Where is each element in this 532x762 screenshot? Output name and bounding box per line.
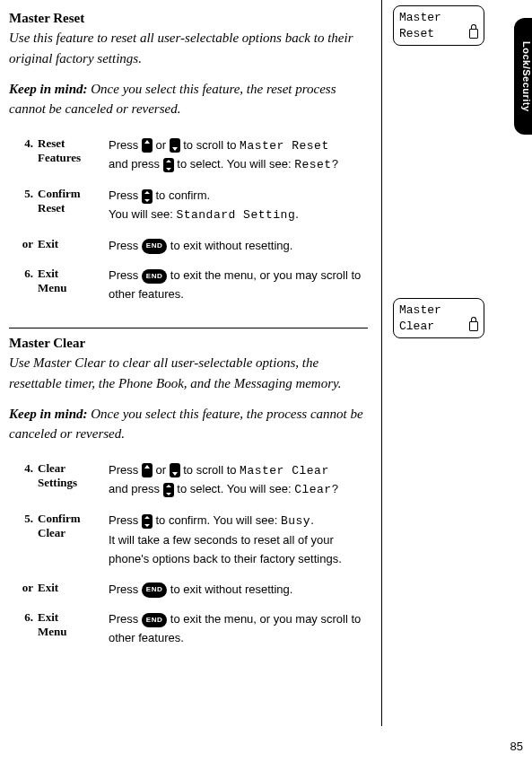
table-row: 4.ClearSettingsPress or to scroll to Mas… bbox=[9, 460, 368, 512]
step-label: ConfirmReset bbox=[37, 186, 108, 236]
step-number: or bbox=[9, 580, 37, 610]
step-number: 5. bbox=[9, 186, 37, 236]
vertical-divider bbox=[381, 0, 382, 726]
step-description: Press END to exit the menu, or you may s… bbox=[108, 609, 368, 659]
section-tab: Lock/Security bbox=[514, 18, 532, 135]
step-description: Press to confirm.You will see: Standard … bbox=[108, 186, 368, 236]
table-row: 4.ResetFeaturesPress or to scroll to Mas… bbox=[9, 136, 368, 187]
end-key-icon: END bbox=[142, 239, 167, 254]
step-label: Exit bbox=[37, 236, 108, 267]
table-row: 5.ConfirmResetPress to confirm.You will … bbox=[9, 186, 368, 236]
step-description: Press or to scroll to Master Clearand pr… bbox=[108, 460, 368, 512]
nav-down-icon bbox=[170, 463, 180, 477]
section-divider bbox=[9, 328, 368, 328]
display-text: Reset? bbox=[294, 158, 339, 171]
step-label: ExitMenu bbox=[37, 266, 108, 315]
keep-in-mind: Keep in mind: Once you select this featu… bbox=[9, 79, 368, 119]
step-number: 4. bbox=[9, 136, 37, 187]
phone-display-box: MasterReset bbox=[393, 5, 484, 46]
step-number: 6. bbox=[9, 266, 37, 315]
table-row: orExitPress END to exit without resettin… bbox=[9, 236, 368, 267]
display-text: Standard Setting bbox=[176, 208, 295, 222]
step-label: ClearSettings bbox=[37, 460, 108, 512]
display-line-2: Reset bbox=[399, 26, 478, 42]
page-number: 85 bbox=[510, 740, 523, 753]
nav-key-icon bbox=[163, 483, 174, 497]
step-description: Press END to exit the menu, or you may s… bbox=[108, 266, 368, 315]
step-description: Press or to scroll to Master Resetand pr… bbox=[108, 136, 368, 187]
nav-key-icon bbox=[142, 514, 153, 529]
end-key-icon: END bbox=[142, 613, 167, 628]
display-line-1: Master bbox=[399, 302, 478, 319]
display-line-2: Clear bbox=[399, 319, 478, 335]
step-description: Press END to exit without resetting. bbox=[108, 580, 368, 610]
display-text: Busy bbox=[281, 514, 310, 528]
table-row: orExitPress END to exit without resettin… bbox=[9, 580, 368, 610]
lock-icon bbox=[469, 321, 478, 331]
step-description: Press END to exit without resetting. bbox=[108, 236, 368, 267]
keep-in-mind: Keep in mind: Once you select this featu… bbox=[9, 404, 368, 444]
nav-key-icon bbox=[163, 158, 174, 172]
phone-display-box: MasterClear bbox=[393, 298, 484, 338]
step-label: ConfirmClear bbox=[37, 511, 108, 579]
nav-up-icon bbox=[142, 463, 153, 477]
nav-up-icon bbox=[142, 138, 153, 153]
section-body: Use Master Clear to clear all user-selec… bbox=[9, 353, 368, 395]
display-line-1: Master bbox=[399, 10, 478, 26]
step-label: ResetFeatures bbox=[37, 136, 108, 187]
lock-icon bbox=[469, 29, 478, 39]
section-title: Master Reset bbox=[9, 11, 368, 26]
table-row: 6.ExitMenuPress END to exit the menu, or… bbox=[9, 609, 368, 659]
step-description: Press to confirm. You will see: Busy.It … bbox=[108, 511, 368, 579]
steps-table: 4.ClearSettingsPress or to scroll to Mas… bbox=[9, 460, 368, 659]
display-text: Master Clear bbox=[240, 464, 329, 477]
step-number: 5. bbox=[9, 511, 37, 579]
step-number: 6. bbox=[9, 609, 37, 659]
section-title: Master Clear bbox=[9, 336, 368, 351]
step-label: Exit bbox=[37, 580, 108, 610]
end-key-icon: END bbox=[142, 269, 167, 285]
step-number: 4. bbox=[9, 460, 37, 512]
section-body: Use this feature to reset all user-selec… bbox=[9, 28, 368, 70]
step-number: or bbox=[9, 236, 37, 267]
table-row: 5.ConfirmClearPress to confirm. You will… bbox=[9, 511, 368, 579]
step-label: ExitMenu bbox=[37, 609, 108, 659]
table-row: 6.ExitMenuPress END to exit the menu, or… bbox=[9, 266, 368, 315]
nav-down-icon bbox=[170, 138, 180, 153]
nav-key-icon bbox=[142, 189, 153, 204]
end-key-icon: END bbox=[142, 582, 167, 598]
display-text: Clear? bbox=[294, 483, 339, 496]
display-text: Master Reset bbox=[240, 139, 329, 153]
steps-table: 4.ResetFeaturesPress or to scroll to Mas… bbox=[9, 136, 368, 316]
